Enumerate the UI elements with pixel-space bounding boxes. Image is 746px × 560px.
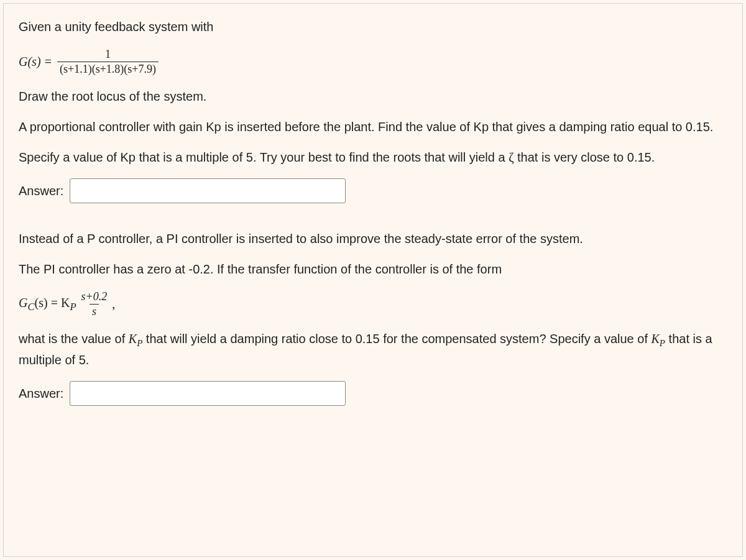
q2-lhs: GC(s) = KP (19, 296, 76, 313)
kp-symbol-1: KP (129, 332, 143, 346)
q2-fraction: s+0.2 s (79, 290, 110, 318)
q2-task2a: what is the value of (19, 332, 129, 346)
q1-task3: Specify a value of Kp that is a multiple… (19, 148, 727, 167)
q2-gc-s: (s) = K (35, 296, 70, 310)
q2-numerator: s+0.2 (79, 290, 110, 304)
q1-lhs: G(s) = (19, 55, 52, 69)
q1-fraction: 1 (s+1.1)(s+1.8)(s+7.9) (57, 48, 159, 76)
q1-task2: A proportional controller with gain Kp i… (19, 117, 727, 137)
q1-numerator: 1 (103, 48, 113, 62)
q2-gc-c: C (27, 301, 34, 313)
q2-task2b: that will yield a damping ratio close to… (142, 332, 651, 346)
q2-gc-p: P (70, 301, 76, 313)
q1-denominator: (s+1.1)(s+1.8)(s+7.9) (57, 62, 159, 76)
q2-gc-g: G (19, 296, 27, 310)
q2-comma: , (112, 297, 115, 311)
q2-answer-row: Answer: (19, 381, 727, 406)
q1-answer-input[interactable] (70, 178, 346, 203)
q1-answer-label: Answer: (19, 184, 63, 198)
question-container: Given a unity feedback system with G(s) … (3, 3, 743, 557)
q1-answer-row: Answer: (19, 178, 727, 203)
q2-answer-input[interactable] (70, 381, 346, 406)
q2-block: Instead of a P controller, a PI controll… (19, 229, 727, 406)
kp-symbol-2: KP (652, 332, 666, 346)
q1-task3b: that is very close to 0.15. (513, 150, 655, 164)
q2-task1: The PI controller has a zero at -0.2. If… (19, 260, 727, 279)
q1-intro: Given a unity feedback system with (19, 17, 727, 37)
q1-task1: Draw the root locus of the system. (19, 87, 727, 106)
q2-denominator: s (90, 304, 99, 318)
q2-intro: Instead of a P controller, a PI controll… (19, 229, 727, 249)
q1-formula: G(s) = 1 (s+1.1)(s+1.8)(s+7.9) (19, 48, 727, 76)
q1-task3a: Specify a value of Kp that is a multiple… (19, 150, 509, 164)
q2-formula: GC(s) = KP s+0.2 s , (19, 290, 727, 318)
q2-answer-label: Answer: (19, 387, 63, 401)
q2-task2: what is the value of KP that will yield … (19, 329, 727, 370)
